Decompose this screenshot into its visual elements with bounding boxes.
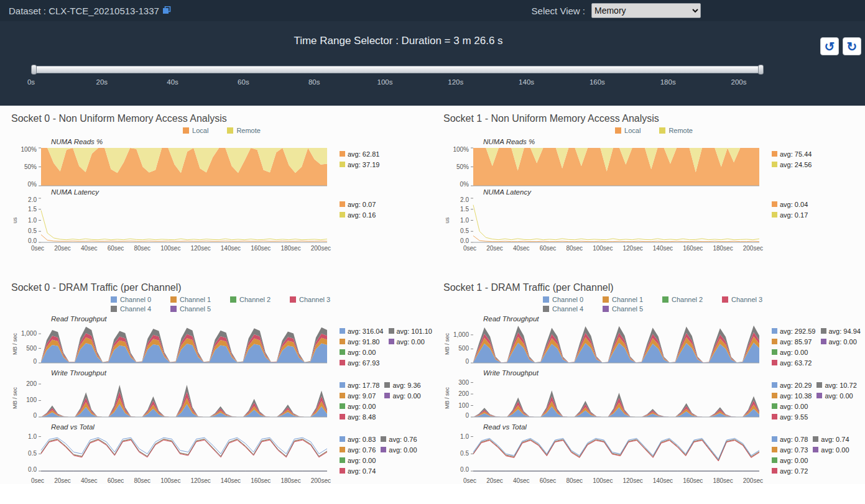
series-color-swatch — [389, 328, 394, 334]
panel-title-socket1-numa: Socket 1 - Non Uniform Memory Access Ana… — [443, 113, 864, 124]
x-tick-label: 20sec — [54, 245, 71, 252]
dataset-label: Dataset : CLX-TCE_20210513-1337 — [9, 6, 159, 16]
svg-text:0%: 0% — [460, 181, 470, 187]
s1-write-throughput-chart[interactable]: 3002001000MB / sec — [443, 377, 759, 418]
avg-value: avg: 91.80 — [348, 338, 379, 346]
x-tick-label: 160sec — [683, 477, 703, 484]
avg-chip: avg: 91.80 — [340, 336, 384, 347]
s0-numa-reads-chart[interactable]: 100%50%0% — [11, 146, 327, 187]
svg-text:50%: 50% — [24, 163, 37, 170]
avg-chip: avg: 316.04 — [340, 326, 384, 336]
svg-text:0.5: 0.5 — [460, 450, 469, 457]
avg-chip: avg: 0.07 — [340, 199, 376, 209]
time-range-slider-track[interactable] — [31, 66, 764, 73]
legend-swatch — [111, 306, 117, 312]
avg-value: avg: 0.17 — [780, 211, 808, 219]
dram-legend-socket1: Channel 0 Channel 1 Channel 2 Channel 3 — [543, 296, 782, 313]
avg-chip: avg: 10.72 — [816, 380, 856, 390]
legend-item: Channel 0 — [543, 296, 603, 303]
s0-read-vs-total-chart[interactable]: 1.00.50.0 — [11, 431, 327, 472]
s0-numa-latency-chart[interactable]: 2.01.51.00.50.0us — [11, 196, 327, 244]
legend-label: Channel 3 — [731, 296, 762, 303]
series-color-swatch — [340, 436, 345, 442]
x-tick-label: 80sec — [566, 477, 583, 484]
x-tick-label: 200sec — [743, 477, 763, 484]
zoom-undo-button[interactable]: ↺ — [820, 37, 839, 55]
undo-icon: ↺ — [825, 40, 835, 53]
slider-handle-right[interactable] — [758, 65, 764, 75]
avg-chip: avg: 75.44 — [772, 149, 812, 159]
svg-text:1.0: 1.0 — [460, 433, 469, 440]
avg-value: avg: 62.81 — [348, 150, 379, 158]
legend-label: Remote — [236, 127, 261, 134]
legend-item: Channel 3 — [290, 296, 349, 303]
x-tick-label: 40sec — [81, 477, 98, 484]
avg-list-s1-numa-latency: avg: 0.04 avg: 0.17 — [772, 199, 808, 220]
slider-handle-left[interactable] — [31, 65, 37, 75]
series-color-swatch — [772, 328, 777, 334]
avg-chip: avg: 0.00 — [340, 347, 384, 357]
series-color-swatch — [772, 457, 777, 463]
chart-label-read-throughput: Read Throughput — [483, 315, 864, 323]
avg-chip: avg: 0.00 — [340, 455, 376, 465]
avg-list-s1-read: avg: 292.59 avg: 85.97 avg: 0.00 — [772, 326, 861, 368]
avg-chip: avg: 0.78 — [772, 434, 808, 444]
legend-swatch — [543, 296, 549, 303]
zoom-redo-button[interactable]: ↻ — [843, 37, 861, 55]
svg-text:1,000: 1,000 — [21, 330, 37, 337]
series-color-swatch — [772, 414, 777, 419]
x-tick-label: 160sec — [251, 477, 271, 484]
svg-text:1.5: 1.5 — [28, 206, 37, 213]
x-tick-label: 140sec — [653, 245, 673, 252]
legend-swatch — [111, 296, 117, 303]
series-color-swatch — [772, 349, 777, 355]
series-color-swatch — [384, 393, 390, 398]
svg-text:2.0: 2.0 — [460, 196, 469, 203]
avg-chip: avg: 292.59 — [772, 326, 816, 336]
dram-legend-socket0: Channel 0 Channel 1 Channel 2 Channel 3 — [111, 296, 349, 313]
legend-item: Local — [615, 127, 641, 134]
series-color-swatch — [389, 339, 394, 344]
avg-chip: avg: 67.93 — [340, 357, 384, 368]
copy-icon[interactable] — [163, 6, 171, 16]
avg-list-s0-numa-latency: avg: 0.07 avg: 0.16 — [340, 199, 376, 220]
avg-value: avg: 0.00 — [348, 457, 376, 464]
legend-label: Local — [624, 127, 641, 134]
chart-label-read-vs-total: Read vs Total — [51, 423, 432, 431]
x-tick-label: 20sec — [54, 477, 71, 484]
avg-chip: avg: 0.83 — [340, 434, 376, 444]
legend-label: Channel 3 — [299, 296, 330, 303]
legend-item: Channel 1 — [603, 296, 662, 303]
legend-swatch — [543, 306, 549, 312]
s1-read-throughput-chart[interactable]: 1,0005000MB / sec — [443, 323, 759, 364]
avg-chip: avg: 10.38 — [772, 390, 812, 401]
slider-tick-label: 40s — [164, 78, 182, 86]
legend-swatch — [170, 306, 177, 312]
s1-read-vs-total-chart[interactable]: 1.00.50.0 — [443, 431, 759, 472]
s1-numa-reads-chart[interactable]: 100%50%0% — [443, 146, 759, 187]
avg-value: avg: 85.97 — [780, 338, 812, 346]
s1-numa-latency-chart[interactable]: 2.01.51.00.50.0us — [443, 196, 759, 244]
avg-chip: avg: 85.97 — [772, 336, 816, 347]
avg-chip: avg: 0.17 — [772, 209, 808, 220]
avg-list-s0-rvt: avg: 0.83 avg: 0.76 avg: 0.00 av — [340, 434, 417, 476]
svg-text:1.0: 1.0 — [460, 217, 469, 224]
legend-item: Remote — [227, 127, 261, 134]
svg-text:100: 100 — [26, 396, 37, 403]
series-color-swatch — [340, 162, 345, 167]
series-color-swatch — [816, 393, 822, 398]
x-tick-label: 40sec — [513, 245, 530, 252]
x-tick-label: 60sec — [108, 477, 124, 484]
avg-chip: avg: 101.10 — [389, 326, 433, 336]
view-select[interactable]: Memory — [591, 3, 701, 18]
svg-text:0.0: 0.0 — [460, 237, 469, 244]
avg-chip: avg: 0.74 — [813, 434, 849, 444]
s0-write-throughput-chart[interactable]: 2001000MB / sec — [11, 377, 327, 418]
series-color-swatch — [384, 382, 390, 388]
series-color-swatch — [772, 339, 777, 344]
svg-text:0: 0 — [33, 412, 37, 418]
s0-read-throughput-chart[interactable]: 1,0005000MB / sec — [11, 323, 327, 364]
series-color-swatch — [772, 382, 777, 388]
series-color-swatch — [772, 360, 777, 365]
avg-value: avg: 9.36 — [392, 382, 420, 389]
